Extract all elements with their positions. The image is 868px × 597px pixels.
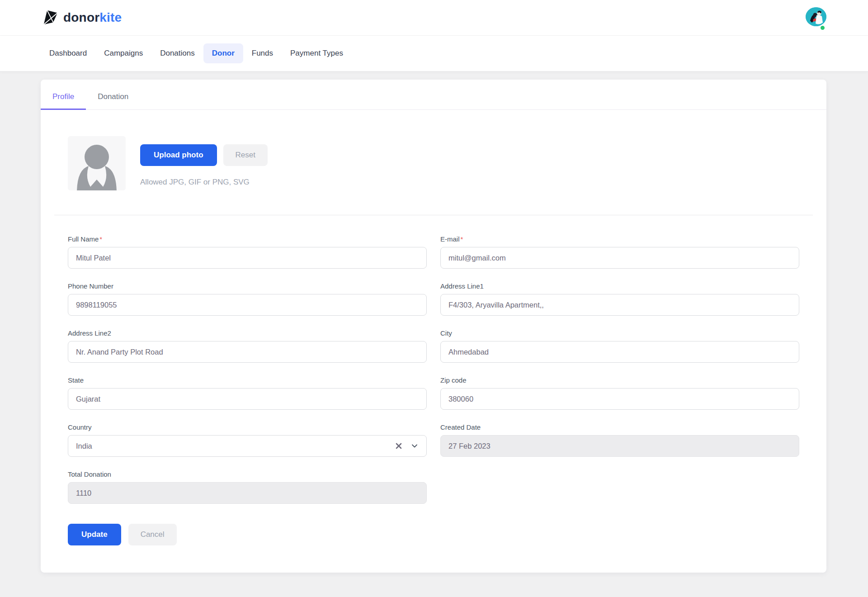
avatar[interactable] — [806, 7, 826, 26]
online-status-dot — [820, 25, 826, 31]
nav-item-dashboard[interactable]: Dashboard — [41, 43, 95, 63]
update-button[interactable]: Update — [68, 524, 121, 545]
full-name-input[interactable] — [68, 247, 427, 269]
address-line1-input[interactable] — [440, 294, 799, 316]
field-label: E-mail — [440, 235, 460, 243]
field-country: Country India — [68, 423, 427, 457]
field-label: Created Date — [440, 423, 799, 431]
field-label: Address Line2 — [68, 329, 427, 337]
field-label: Total Donation — [68, 470, 427, 478]
cancel-button[interactable]: Cancel — [128, 524, 177, 545]
brand-word-dark: donor — [63, 10, 99, 24]
field-email: E-mail* — [440, 235, 799, 269]
reset-photo-button[interactable]: Reset — [223, 144, 268, 166]
chevron-down-icon[interactable] — [410, 442, 419, 450]
field-label: Country — [68, 423, 427, 431]
phone-number-input[interactable] — [68, 294, 427, 316]
tab-donation[interactable]: Donation — [86, 80, 140, 110]
card-tabs: Profile Donation — [41, 80, 826, 110]
upload-hint-text: Allowed JPG, GIF or PNG, SVG — [140, 178, 268, 187]
profile-photo-placeholder — [68, 136, 126, 190]
nav-item-funds[interactable]: Funds — [243, 43, 282, 63]
brand-word-accent: kite — [99, 10, 122, 24]
created-date-input — [440, 435, 799, 457]
field-state: State — [68, 376, 427, 410]
field-label: Zip code — [440, 376, 799, 384]
country-select[interactable]: India — [68, 435, 427, 457]
country-selected-value: India — [76, 442, 92, 450]
field-created-date: Created Date — [440, 423, 799, 457]
field-label: Full Name — [68, 235, 99, 243]
clear-icon[interactable] — [395, 442, 402, 450]
field-label: State — [68, 376, 427, 384]
form-actions: Update Cancel — [41, 504, 826, 545]
nav-item-campaigns[interactable]: Campaigns — [95, 43, 151, 63]
field-label: Phone Number — [68, 282, 427, 290]
photo-actions: Upload photo Reset Allowed JPG, GIF or P… — [140, 136, 268, 187]
zip-code-input[interactable] — [440, 388, 799, 410]
user-menu[interactable] — [806, 7, 826, 28]
tab-profile[interactable]: Profile — [41, 80, 86, 110]
required-asterisk: * — [99, 235, 102, 243]
profile-form: Full Name* E-mail* Phone Number Address … — [41, 235, 826, 504]
field-address-line1: Address Line1 — [440, 282, 799, 316]
field-phone-number: Phone Number — [68, 282, 427, 316]
required-asterisk: * — [461, 235, 463, 243]
brand-name: donorkite — [63, 10, 122, 25]
main-nav: Dashboard Campaigns Donations Donor Fund… — [0, 36, 868, 71]
brand-logo[interactable]: donorkite — [42, 9, 122, 26]
total-donation-input — [68, 482, 427, 504]
kite-logo-icon — [42, 9, 59, 26]
nav-item-donations[interactable]: Donations — [151, 43, 203, 63]
field-zip-code: Zip code — [440, 376, 799, 410]
upload-photo-button[interactable]: Upload photo — [140, 144, 217, 166]
field-spacer — [440, 470, 799, 504]
nav-item-payment-types[interactable]: Payment Types — [282, 43, 352, 63]
person-silhouette-icon — [68, 136, 126, 190]
page-footer: © 2023 ,DonorKite — [0, 573, 868, 597]
field-label: Address Line1 — [440, 282, 799, 290]
field-full-name: Full Name* — [68, 235, 427, 269]
city-input[interactable] — [440, 341, 799, 363]
field-city: City — [440, 329, 799, 363]
field-total-donation: Total Donation — [68, 470, 427, 504]
address-line2-input[interactable] — [68, 341, 427, 363]
nav-item-donor[interactable]: Donor — [203, 43, 243, 63]
app-header: donorkite — [0, 0, 868, 36]
email-input[interactable] — [440, 247, 799, 269]
avatar-illustration — [806, 7, 826, 26]
section-divider — [54, 215, 813, 215]
donor-profile-card: Profile Donation Upload photo Reset Allo… — [41, 80, 826, 573]
photo-section: Upload photo Reset Allowed JPG, GIF or P… — [41, 110, 826, 190]
state-input[interactable] — [68, 388, 427, 410]
field-label: City — [440, 329, 799, 337]
field-address-line2: Address Line2 — [68, 329, 427, 363]
